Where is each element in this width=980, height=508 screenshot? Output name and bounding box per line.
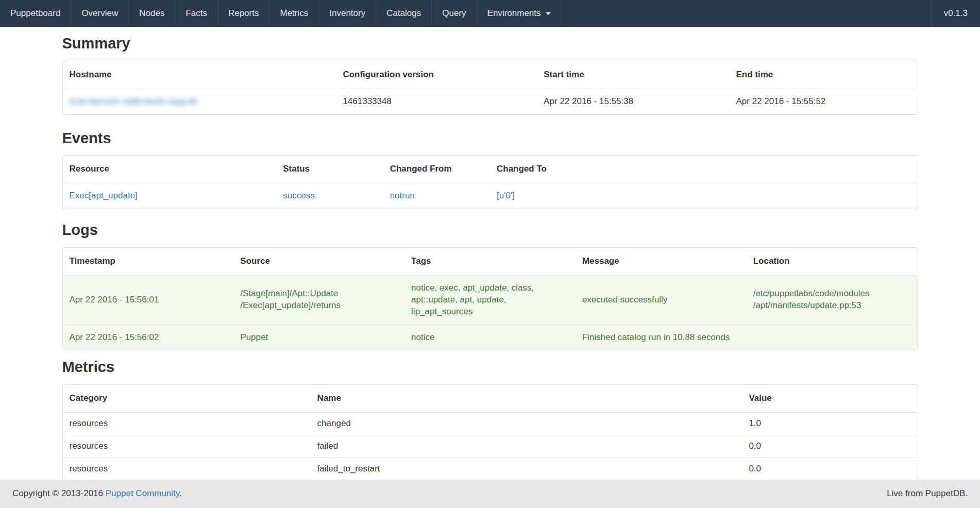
metrics-col-name: Name <box>311 385 742 412</box>
metric-name: changed <box>311 413 742 435</box>
nav-item-reports[interactable]: Reports <box>218 0 270 26</box>
logs-col-source: Source <box>233 248 404 275</box>
log-source: Puppet <box>233 325 404 350</box>
summary-col-end-time: End time <box>730 61 918 89</box>
end-time-value: Apr 22 2016 - 15:55:52 <box>730 89 918 114</box>
metric-value: 1.0 <box>742 413 917 435</box>
nav-item-query[interactable]: Query <box>432 0 477 26</box>
logs-col-location: Location <box>747 248 918 275</box>
metric-name: failed <box>311 435 742 458</box>
summary-col-config-version: Configuration version <box>336 61 537 89</box>
metric-row: resources failed 0.0 <box>63 435 918 458</box>
nav-item-inventory[interactable]: Inventory <box>319 0 376 26</box>
nav-item-catalogs[interactable]: Catalogs <box>376 0 432 26</box>
chevron-down-icon <box>546 12 551 15</box>
version-label: v0.1.3 <box>931 0 980 26</box>
events-col-resource: Resource <box>63 156 277 183</box>
events-table: Resource Status Changed From Changed To … <box>62 155 918 209</box>
log-message: Finished catalog run in 10.88 seconds <box>576 325 747 350</box>
environments-dropdown-label: Environments <box>487 8 541 18</box>
hostname-link-blurred[interactable]: snat-tservom.mpib-berlin.mpg.de <box>70 96 197 106</box>
event-changed-from-link[interactable]: notrun <box>390 191 415 200</box>
events-col-empty <box>597 156 917 183</box>
metrics-heading: Metrics <box>62 359 918 376</box>
metric-category: resources <box>63 435 311 458</box>
logs-col-message: Message <box>576 248 747 275</box>
log-row: Apr 22 2016 - 15:56:01 /Stage[main]/Apt:… <box>63 275 918 325</box>
footer-puppetdb-status: Live from PuppetDB. <box>887 488 968 500</box>
navbar-links: Puppetboard Overview Nodes Facts Reports… <box>0 0 562 26</box>
nav-item-metrics[interactable]: Metrics <box>269 0 319 26</box>
copyright-period: . <box>179 488 182 498</box>
log-tags: notice, exec, apt_update, class, apt::up… <box>404 275 576 325</box>
brand-puppetboard[interactable]: Puppetboard <box>0 0 71 26</box>
metric-category: resources <box>63 413 311 435</box>
event-row: Exec[apt_update] success notrun [u'0'] <box>63 183 918 208</box>
event-changed-to-link[interactable]: [u'0'] <box>497 191 515 200</box>
metrics-col-category: Category <box>63 385 311 412</box>
metric-value: 0.0 <box>742 435 917 458</box>
metric-row: resources failed_to_restart 0.0 <box>63 458 918 481</box>
logs-table: Timestamp Source Tags Message Location A… <box>62 247 918 351</box>
top-navbar: Puppetboard Overview Nodes Facts Reports… <box>0 0 980 27</box>
config-version-value: 1461333348 <box>336 89 537 114</box>
summary-row: snat-tservom.mpib-berlin.mpg.de 14613333… <box>63 89 918 114</box>
summary-heading: Summary <box>62 35 918 52</box>
events-heading: Events <box>62 130 918 147</box>
report-page: Summary Hostname Configuration version S… <box>62 35 918 503</box>
log-tags: notice <box>404 325 576 350</box>
metric-value: 0.0 <box>742 458 917 481</box>
log-message: executed successfully <box>576 275 747 325</box>
event-status-link[interactable]: success <box>283 191 314 200</box>
log-timestamp: Apr 22 2016 - 15:56:02 <box>63 325 234 350</box>
logs-col-tags: Tags <box>404 248 576 275</box>
metrics-col-value: Value <box>742 385 917 412</box>
summary-col-start-time: Start time <box>537 61 729 89</box>
events-col-changed-from: Changed From <box>383 156 490 183</box>
event-resource-link[interactable]: Exec[apt_update] <box>70 191 138 200</box>
log-source: /Stage[main]/Apt::Update /Exec[apt_updat… <box>233 275 404 325</box>
metric-row: resources changed 1.0 <box>63 413 918 435</box>
log-row: Apr 22 2016 - 15:56:02 Puppet notice Fin… <box>63 325 918 350</box>
page-footer: Copyright © 2013-2016 Puppet Community. … <box>0 480 980 508</box>
nav-item-nodes[interactable]: Nodes <box>129 0 175 26</box>
metric-name: failed_to_restart <box>311 458 742 481</box>
footer-copyright: Copyright © 2013-2016 Puppet Community. <box>12 488 182 500</box>
summary-col-hostname: Hostname <box>63 61 336 89</box>
copyright-text: Copyright © 2013-2016 <box>12 488 106 498</box>
nav-item-facts[interactable]: Facts <box>175 0 218 26</box>
log-timestamp: Apr 22 2016 - 15:56:01 <box>63 275 234 325</box>
log-location <box>747 325 918 350</box>
start-time-value: Apr 22 2016 - 15:55:38 <box>537 89 729 114</box>
events-col-changed-to: Changed To <box>490 156 597 183</box>
logs-col-timestamp: Timestamp <box>63 248 234 275</box>
logs-heading: Logs <box>62 222 918 239</box>
environments-dropdown[interactable]: Environments <box>477 0 562 26</box>
events-col-status: Status <box>276 156 383 183</box>
metric-category: resources <box>63 458 311 481</box>
nav-item-overview[interactable]: Overview <box>71 0 129 26</box>
log-location: /etc/puppetlabs/code/modules /apt/manife… <box>747 275 918 325</box>
puppet-community-link[interactable]: Puppet Community <box>106 488 179 498</box>
summary-table: Hostname Configuration version Start tim… <box>62 61 918 115</box>
navbar-spacer <box>562 0 931 26</box>
